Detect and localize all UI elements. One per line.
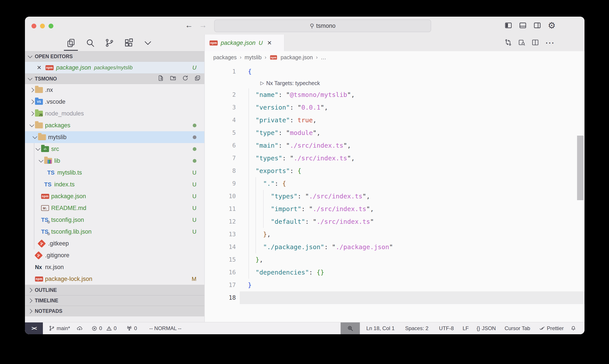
tab-close-icon[interactable]: ✕ bbox=[267, 39, 272, 46]
settings-gear-icon[interactable]: ⚙ bbox=[548, 21, 556, 30]
code-line-8[interactable]: 8 "exports": { bbox=[205, 165, 584, 177]
indentation-status[interactable]: Spaces: 2 bbox=[402, 323, 432, 334]
notepads-header[interactable]: NOTEPADS bbox=[25, 306, 204, 316]
split-editor-icon[interactable] bbox=[531, 39, 539, 47]
breadcrumb[interactable]: packages › mytslib › npm package.json › … bbox=[205, 51, 584, 64]
more-views-chevron-icon[interactable] bbox=[143, 35, 153, 51]
code-line-6[interactable]: 6 "main": "./src/index.ts", bbox=[205, 139, 584, 152]
problems-status[interactable]: 0 0 bbox=[88, 323, 120, 334]
code-line-17[interactable]: 17} bbox=[205, 279, 584, 291]
cursor-tab-status[interactable]: Cursor Tab bbox=[501, 323, 533, 334]
notepads-title: NOTEPADS bbox=[35, 308, 62, 314]
tree-item-tsconfig.lib.json[interactable]: TS⚙tsconfig.lib.jsonU bbox=[25, 226, 204, 238]
tsconfig-icon: TS⚙ bbox=[41, 228, 50, 235]
close-editor-icon[interactable]: ✕ bbox=[37, 64, 41, 71]
tree-item-mytslib[interactable]: mytslib bbox=[25, 131, 204, 143]
tree-item-label: tsconfig.lib.json bbox=[51, 228, 92, 235]
git-status-badge: U bbox=[192, 169, 196, 176]
toggle-panel-icon[interactable] bbox=[519, 21, 527, 29]
timeline-title: TIMELINE bbox=[35, 298, 58, 304]
extensions-activity-icon[interactable] bbox=[124, 35, 133, 51]
tree-item-packages[interactable]: packages bbox=[25, 119, 204, 131]
tree-item-package.json[interactable]: npmpackage.jsonU bbox=[25, 190, 204, 202]
collapse-folders-icon[interactable] bbox=[194, 75, 201, 83]
tree-item-lib[interactable]: lib bbox=[25, 155, 204, 167]
tree-item-nx.json[interactable]: Nxnx.json bbox=[25, 261, 204, 273]
code-line-1[interactable]: 1{ bbox=[205, 65, 584, 78]
tree-item-mytslib.ts[interactable]: TSmytslib.tsU bbox=[25, 167, 204, 179]
tree-item-src[interactable]: ‹/›src bbox=[25, 143, 204, 155]
search-activity-icon[interactable] bbox=[85, 35, 95, 51]
code-editor[interactable]: 1{▷Nx Targets: typecheck2 "name": "@tsmo… bbox=[205, 64, 584, 322]
code-line-16[interactable]: 16 "dependencies": {} bbox=[205, 266, 584, 279]
open-editors-header[interactable]: OPEN EDITORS bbox=[25, 51, 204, 62]
tree-item-.nx[interactable]: .nx bbox=[25, 84, 204, 96]
tab-bar: npm package.json U ✕ ⋯ bbox=[205, 35, 584, 51]
code-line-13[interactable]: 13 }, bbox=[205, 228, 584, 241]
open-editor-item[interactable]: ✕ npm package.json packages/mytslib U bbox=[25, 62, 204, 74]
more-actions-icon[interactable]: ⋯ bbox=[545, 41, 555, 45]
ts-icon: TS bbox=[47, 169, 56, 176]
minimize-window-button[interactable] bbox=[40, 24, 45, 28]
encoding-status[interactable]: UTF-8 bbox=[436, 323, 457, 334]
code-line-2[interactable]: 2 "name": "@tsmono/mytslib", bbox=[205, 88, 584, 101]
new-folder-icon[interactable] bbox=[170, 75, 176, 83]
code-line-9[interactable]: 9 ".": { bbox=[205, 177, 584, 190]
remote-indicator-button[interactable]: >< bbox=[25, 323, 43, 334]
workspace-header[interactable]: TSMONO bbox=[25, 74, 204, 84]
code-line-12[interactable]: 12 "default": "./src/index.ts" bbox=[205, 215, 584, 228]
notifications-bell[interactable] bbox=[567, 323, 580, 334]
explorer-activity-icon[interactable] bbox=[66, 35, 76, 51]
code-line-11[interactable]: 11 "import": "./src/index.ts", bbox=[205, 203, 584, 215]
close-window-button[interactable] bbox=[31, 24, 36, 28]
refresh-icon[interactable] bbox=[182, 75, 189, 83]
tree-item-.vscode[interactable]: VS.vscode bbox=[25, 96, 204, 108]
sync-changes-button[interactable] bbox=[73, 323, 86, 334]
code-line-7[interactable]: 7 "types": "./src/index.ts", bbox=[205, 152, 584, 165]
code-line-4[interactable]: 4 "private": true, bbox=[205, 114, 584, 126]
codelens-nx-targets[interactable]: ▷Nx Targets: typecheck bbox=[205, 78, 584, 88]
new-file-icon[interactable] bbox=[157, 75, 164, 83]
breadcrumb-mytslib[interactable]: mytslib bbox=[245, 54, 262, 61]
toggle-sidebar-icon[interactable] bbox=[505, 21, 512, 29]
git-branch-status[interactable]: main* bbox=[46, 323, 73, 334]
open-changes-icon[interactable] bbox=[505, 39, 512, 47]
tree-item-.gitignore[interactable]: .gitignore bbox=[25, 249, 204, 261]
tree-item-README.md[interactable]: M↓README.mdU bbox=[25, 202, 204, 214]
open-editor-path: packages/mytslib bbox=[94, 65, 132, 71]
timeline-header[interactable]: TIMELINE bbox=[25, 295, 204, 306]
command-center-search[interactable]: ⚲ tsmono bbox=[214, 19, 431, 32]
back-arrow-icon[interactable]: ← bbox=[185, 21, 193, 30]
source-control-activity-icon[interactable] bbox=[104, 35, 114, 51]
line-number: 15 bbox=[205, 253, 240, 266]
breadcrumb-file[interactable]: package.json bbox=[281, 54, 313, 61]
tree-item-.gitkeep[interactable]: .gitkeep bbox=[25, 238, 204, 249]
forward-arrow-icon[interactable]: → bbox=[199, 21, 207, 30]
code-line-15[interactable]: 15 }, bbox=[205, 253, 584, 266]
breadcrumb-packages[interactable]: packages bbox=[213, 54, 237, 61]
maximize-window-button[interactable] bbox=[49, 24, 53, 28]
code-line-10[interactable]: 10 "types": "./src/index.ts", bbox=[205, 190, 584, 203]
broadcast-status[interactable]: 0 bbox=[123, 323, 140, 334]
tree-item-package-lock.json[interactable]: npmpackage-lock.jsonM bbox=[25, 273, 204, 285]
tab-package-json[interactable]: npm package.json U ✕ bbox=[205, 35, 284, 51]
zoom-indicator-button[interactable] bbox=[341, 323, 360, 334]
breadcrumb-symbol[interactable]: … bbox=[321, 54, 326, 61]
cursor-position-status[interactable]: Ln 18, Col 1 bbox=[363, 323, 398, 334]
formatter-status[interactable]: Prettier bbox=[536, 323, 567, 334]
outline-header[interactable]: OUTLINE bbox=[25, 285, 204, 295]
toggle-secondary-sidebar-icon[interactable] bbox=[533, 21, 541, 29]
code-line-5[interactable]: 5 "type": "module", bbox=[205, 126, 584, 139]
eol-status[interactable]: LF bbox=[459, 323, 472, 334]
language-mode-status[interactable]: {} JSON bbox=[473, 323, 499, 334]
open-preview-icon[interactable] bbox=[518, 39, 525, 47]
tree-item-node_modules[interactable]: JSnode_modules bbox=[25, 108, 204, 119]
tree-item-index.ts[interactable]: TSindex.tsU bbox=[25, 179, 204, 190]
tree-item-tsconfig.json[interactable]: TS⚙tsconfig.jsonU bbox=[25, 214, 204, 226]
code-line-18[interactable]: 18 bbox=[205, 291, 584, 304]
vim-mode-indicator[interactable]: -- NORMAL -- bbox=[146, 323, 185, 334]
code-line-14[interactable]: 14 "./package.json": "./package.json" bbox=[205, 241, 584, 253]
tree-item-label: packages bbox=[45, 122, 70, 129]
code-line-3[interactable]: 3 "version": "0.0.1", bbox=[205, 101, 584, 114]
tree-item-label: mytslib.ts bbox=[57, 169, 82, 176]
